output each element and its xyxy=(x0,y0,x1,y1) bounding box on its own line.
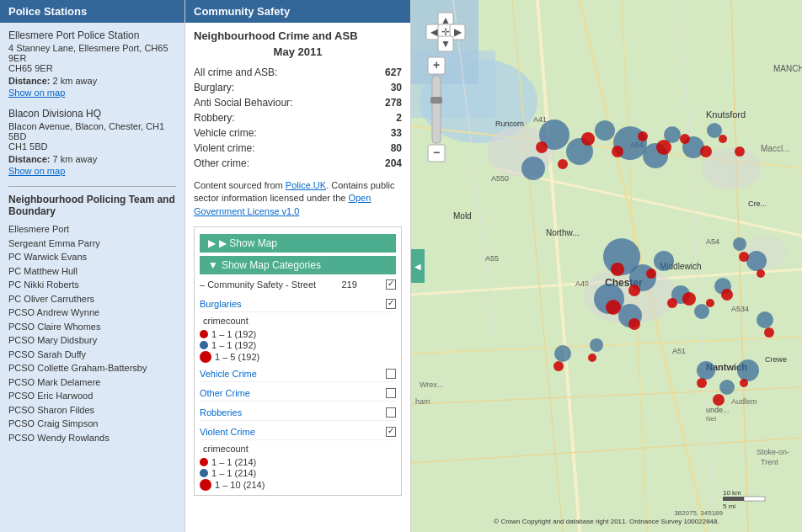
svg-text:Mold: Mold xyxy=(453,211,472,221)
svg-point-69 xyxy=(719,380,735,395)
legend-text-1: 1 – 1 (192) xyxy=(211,329,256,339)
svg-point-76 xyxy=(638,131,648,141)
legend-dot-blue-1 xyxy=(200,341,208,349)
svg-text:Audlem: Audlem xyxy=(731,397,757,406)
legend-burglaries-3: 1 – 5 (192) xyxy=(200,351,396,363)
svg-text:Crewe: Crewe xyxy=(765,355,787,364)
station-2-show-map-link[interactable]: Show on map xyxy=(8,166,176,176)
other-crime-label: Other Crime xyxy=(200,388,250,398)
police-uk-link[interactable]: Police.UK xyxy=(286,180,326,190)
source-attribution: Content sourced from Police.UK. Contains… xyxy=(194,179,402,218)
svg-rect-111 xyxy=(432,76,441,143)
svg-rect-115 xyxy=(723,497,744,501)
collapse-map-tab[interactable]: ◀ xyxy=(411,249,425,283)
station-1-address: 4 Stanney Lane, Ellesmere Port, CH65 9ER… xyxy=(8,43,176,73)
map-svg[interactable]: A41 A550 A54 A49 A54 A534 A55 A51 Cheste… xyxy=(411,0,802,532)
vehicle-crime-section: Vehicle Crime xyxy=(200,366,396,382)
team-member-14: PCSO Craig Simpson xyxy=(8,417,176,431)
community-safety-street-row: – Community Safety - Street 219 xyxy=(200,278,396,291)
svg-point-73 xyxy=(558,159,568,169)
police-stations-content: Ellesmere Port Police Station 4 Stanney … xyxy=(0,23,184,532)
svg-text:Stoke-on-: Stoke-on- xyxy=(757,448,789,456)
team-member-8: PCSO Mary Didsbury xyxy=(8,333,176,348)
svg-point-83 xyxy=(628,285,640,296)
team-member-7: PCSO Claire Whomes xyxy=(8,320,176,334)
team-member-15: PCSO Wendy Rowlands xyxy=(8,431,176,445)
show-map-label: ▶ Show Map xyxy=(219,237,277,249)
robberies-row: Robberies xyxy=(200,405,396,421)
svg-point-66 xyxy=(554,345,571,362)
burglaries-label: Burglaries xyxy=(200,299,242,309)
svg-text:Nel: Nel xyxy=(706,415,716,423)
svg-text:unde...: unde... xyxy=(706,406,730,414)
station-2-name: Blacon Divisiona HQ xyxy=(8,108,176,120)
svg-rect-112 xyxy=(430,97,442,104)
crime-row-burglary: Burglary: 30 xyxy=(194,80,402,95)
svg-text:382075, 345189: 382075, 345189 xyxy=(674,509,723,517)
violent-crime-label: Violent Crime xyxy=(200,427,255,437)
team-member-0: Ellesmere Port xyxy=(8,222,176,237)
legend-text-5: 1 – 1 (214) xyxy=(211,468,256,478)
crime-label-other: Other crime: xyxy=(194,156,372,171)
burglaries-checkbox[interactable] xyxy=(386,299,396,309)
burglaries-section: Burglaries crimecount 1 – 1 (192) 1 xyxy=(200,296,396,363)
svg-text:5 mi: 5 mi xyxy=(723,503,735,510)
svg-point-94 xyxy=(588,354,596,362)
vehicle-crime-checkbox[interactable] xyxy=(386,369,396,379)
station-2-distance: Distance: 7 km away xyxy=(8,154,176,164)
crime-value-vehicle: 33 xyxy=(372,125,402,141)
crime-value-asb: 278 xyxy=(372,95,402,110)
svg-text:© Crown Copyright and database: © Crown Copyright and database right 201… xyxy=(494,518,719,525)
svg-rect-116 xyxy=(744,497,765,501)
crime-value-all: 627 xyxy=(372,65,402,80)
svg-text:◀: ◀ xyxy=(430,26,439,38)
legend-dot-red-large-1 xyxy=(200,351,211,363)
other-crime-checkbox[interactable] xyxy=(386,388,396,398)
team-member-11: PCSO Mark Delamere xyxy=(8,375,176,390)
station-1-show-map-link[interactable]: Show on map xyxy=(8,88,176,98)
crime-row-asb: Anti Social Behaviour: 278 xyxy=(194,95,402,110)
team-members-list: Ellesmere Port Sergeant Emma Parry PC Wa… xyxy=(8,222,176,444)
svg-text:Wrex...: Wrex... xyxy=(420,380,443,389)
svg-point-48 xyxy=(521,157,545,180)
legend-dot-red-1 xyxy=(200,330,208,338)
svg-point-84 xyxy=(646,269,656,279)
svg-point-78 xyxy=(680,134,690,144)
team-member-10: PCSO Collette Graham-Battersby xyxy=(8,361,176,375)
team-member-1: Sergeant Emma Parry xyxy=(8,237,176,251)
robberies-section: Robberies xyxy=(200,405,396,421)
svg-point-85 xyxy=(606,300,621,315)
crime-label-asb: Anti Social Behaviour: xyxy=(194,95,372,110)
svg-point-55 xyxy=(707,123,722,138)
other-crime-row: Other Crime xyxy=(200,386,396,402)
legend-violent-3: 1 – 10 (214) xyxy=(200,479,396,491)
ogl-link[interactable]: Open Government License v1.0 xyxy=(194,193,371,215)
vehicle-crime-label: Vehicle Crime xyxy=(200,369,257,379)
show-map-button[interactable]: ▶ ▶ Show Map xyxy=(200,234,396,253)
station-1: Ellesmere Port Police Station 4 Stanney … xyxy=(8,29,176,98)
legend-text-3: 1 – 5 (192) xyxy=(215,352,259,362)
svg-point-79 xyxy=(700,146,712,157)
station-2: Blacon Divisiona HQ Blacon Avenue, Blaco… xyxy=(8,108,176,176)
svg-point-58 xyxy=(654,251,674,271)
category-row-checkbox[interactable] xyxy=(386,279,396,290)
crime-value-burglary: 30 xyxy=(372,80,402,95)
svg-text:+: + xyxy=(433,58,440,72)
map-categories-panel: – Community Safety - Street 219 Burglari… xyxy=(195,278,401,491)
svg-text:Cre...: Cre... xyxy=(748,200,767,208)
team-member-3: PC Matthew Hull xyxy=(8,264,176,279)
robberies-checkbox[interactable] xyxy=(386,407,396,418)
svg-text:Runcorn: Runcorn xyxy=(495,120,524,128)
legend-violent-2: 1 – 1 (214) xyxy=(200,468,396,478)
crime-row-vehicle: Vehicle crime: 33 xyxy=(194,125,402,141)
legend-dot-red-large-2 xyxy=(200,479,211,491)
svg-text:Knutsford: Knutsford xyxy=(706,109,746,120)
violent-crime-checkbox[interactable] xyxy=(386,427,396,437)
crime-stats-table: All crime and ASB: 627 Burglary: 30 Anti… xyxy=(194,65,402,171)
svg-point-68 xyxy=(697,361,715,380)
crime-label-burglary: Burglary: xyxy=(194,80,372,95)
team-member-4: PC Nikki Roberts xyxy=(8,278,176,292)
svg-point-97 xyxy=(740,379,748,387)
show-map-categories-button[interactable]: ▼ Show Map Categories xyxy=(200,256,396,274)
team-member-9: PCSO Sarah Duffy xyxy=(8,348,176,362)
